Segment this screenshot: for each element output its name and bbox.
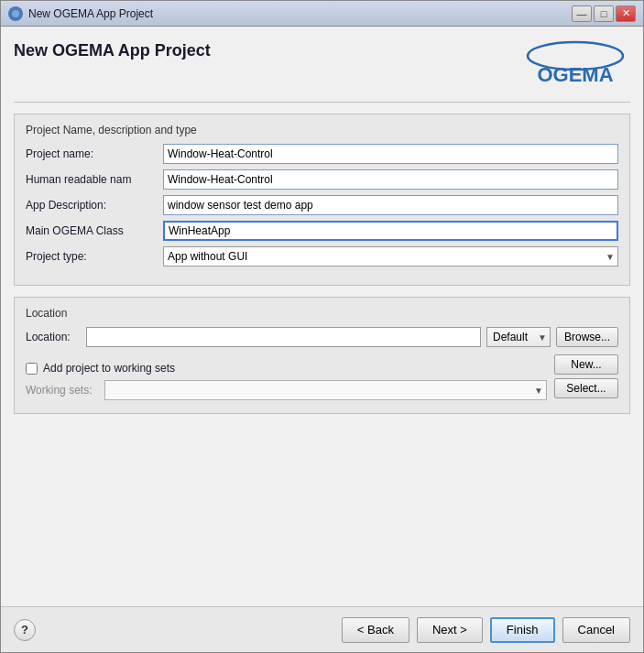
section-label: Project Name, description and type xyxy=(26,124,618,136)
next-button[interactable]: Next > xyxy=(417,617,483,643)
working-sets-checkbox-row: Add project to working sets xyxy=(26,362,547,375)
project-name-row: Project name: xyxy=(26,144,618,164)
title-bar-buttons: — □ ✕ xyxy=(572,5,636,22)
maximize-button[interactable]: □ xyxy=(594,5,614,22)
working-sets-checkbox-label: Add project to working sets xyxy=(43,362,175,375)
main-class-label: Main OGEMA Class xyxy=(26,224,163,237)
window-icon xyxy=(8,6,23,21)
app-description-row: App Description: xyxy=(26,195,618,215)
working-sets-checkbox[interactable] xyxy=(26,363,38,375)
location-row: Location: Default Custom ▼ Browse... xyxy=(26,327,618,347)
working-sets-select[interactable] xyxy=(104,380,547,400)
project-type-label: Project type: xyxy=(26,250,163,263)
working-sets-row: Working sets: ▼ xyxy=(26,380,547,400)
location-label: Location: xyxy=(26,331,81,343)
main-class-row: Main OGEMA Class xyxy=(26,221,618,241)
back-button[interactable]: < Back xyxy=(342,617,409,643)
finish-button[interactable]: Finish xyxy=(490,617,555,643)
help-button[interactable]: ? xyxy=(14,619,36,641)
app-description-input[interactable] xyxy=(163,195,618,215)
browse-button[interactable]: Browse... xyxy=(556,327,618,347)
default-select[interactable]: Default Custom xyxy=(486,327,551,347)
default-select-wrapper: Default Custom ▼ xyxy=(486,327,551,347)
working-sets-label: Working sets: xyxy=(26,384,99,397)
main-content: New OGEMA App Project OGEMA Project Name… xyxy=(1,27,643,606)
project-type-row: Project type: App without GUI App with G… xyxy=(26,246,618,267)
location-section: Location Location: Default Custom ▼ Brow… xyxy=(14,297,630,414)
location-input[interactable] xyxy=(86,327,481,347)
right-buttons: New... Select... xyxy=(554,354,618,398)
human-readable-row: Human readable nam xyxy=(26,169,618,190)
working-sets-select-wrapper: ▼ xyxy=(104,380,547,400)
project-name-input[interactable] xyxy=(163,144,618,164)
project-type-select[interactable]: App without GUI App with GUI Framework B… xyxy=(163,246,618,267)
minimize-button[interactable]: — xyxy=(572,5,592,22)
page-title: New OGEMA App Project xyxy=(14,41,211,60)
close-button[interactable]: ✕ xyxy=(616,5,636,22)
window: New OGEMA App Project — □ ✕ New OGEMA Ap… xyxy=(0,0,644,653)
bottom-bar: ? < Back Next > Finish Cancel xyxy=(1,606,643,652)
svg-text:OGEMA: OGEMA xyxy=(537,63,613,86)
project-name-label: Project name: xyxy=(26,147,163,160)
header-section: New OGEMA App Project OGEMA xyxy=(14,38,630,103)
cancel-button[interactable]: Cancel xyxy=(562,617,630,643)
location-section-label: Location xyxy=(26,307,618,320)
human-readable-input[interactable] xyxy=(163,169,618,190)
ogema-logo: OGEMA xyxy=(520,38,630,93)
human-readable-label: Human readable nam xyxy=(26,173,163,186)
form-section: Project Name, description and type Proje… xyxy=(14,114,630,286)
main-class-input[interactable] xyxy=(163,221,618,241)
window-title: New OGEMA App Project xyxy=(28,7,572,20)
title-bar: New OGEMA App Project — □ ✕ xyxy=(1,1,643,27)
new-button[interactable]: New... xyxy=(554,354,618,375)
project-type-select-wrapper: App without GUI App with GUI Framework B… xyxy=(163,246,618,267)
app-description-label: App Description: xyxy=(26,199,163,212)
select-button[interactable]: Select... xyxy=(554,378,618,398)
